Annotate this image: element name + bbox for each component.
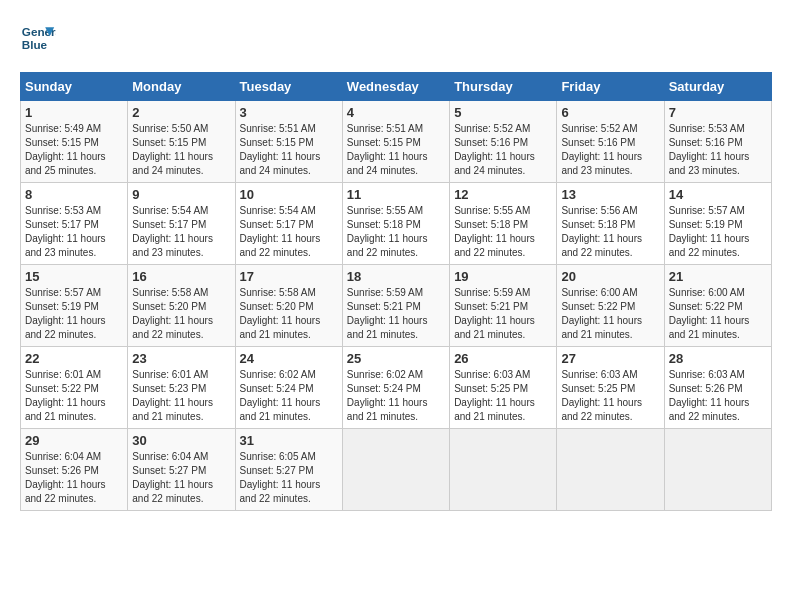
calendar-cell: 23Sunrise: 6:01 AM Sunset: 5:23 PM Dayli… bbox=[128, 347, 235, 429]
day-number: 4 bbox=[347, 105, 445, 120]
day-info: Sunrise: 6:02 AM Sunset: 5:24 PM Dayligh… bbox=[240, 368, 338, 424]
day-number: 22 bbox=[25, 351, 123, 366]
calendar-cell: 7Sunrise: 5:53 AM Sunset: 5:16 PM Daylig… bbox=[664, 101, 771, 183]
day-info: Sunrise: 6:00 AM Sunset: 5:22 PM Dayligh… bbox=[669, 286, 767, 342]
day-info: Sunrise: 5:51 AM Sunset: 5:15 PM Dayligh… bbox=[240, 122, 338, 178]
calendar-cell: 28Sunrise: 6:03 AM Sunset: 5:26 PM Dayli… bbox=[664, 347, 771, 429]
day-info: Sunrise: 5:57 AM Sunset: 5:19 PM Dayligh… bbox=[669, 204, 767, 260]
calendar-cell: 6Sunrise: 5:52 AM Sunset: 5:16 PM Daylig… bbox=[557, 101, 664, 183]
day-number: 7 bbox=[669, 105, 767, 120]
logo-icon: General Blue bbox=[20, 20, 56, 56]
day-number: 13 bbox=[561, 187, 659, 202]
day-number: 11 bbox=[347, 187, 445, 202]
weekday-header-sunday: Sunday bbox=[21, 73, 128, 101]
day-info: Sunrise: 6:02 AM Sunset: 5:24 PM Dayligh… bbox=[347, 368, 445, 424]
calendar-cell: 5Sunrise: 5:52 AM Sunset: 5:16 PM Daylig… bbox=[450, 101, 557, 183]
calendar-cell: 19Sunrise: 5:59 AM Sunset: 5:21 PM Dayli… bbox=[450, 265, 557, 347]
day-number: 14 bbox=[669, 187, 767, 202]
day-info: Sunrise: 6:03 AM Sunset: 5:25 PM Dayligh… bbox=[454, 368, 552, 424]
calendar-cell bbox=[557, 429, 664, 511]
calendar-cell: 10Sunrise: 5:54 AM Sunset: 5:17 PM Dayli… bbox=[235, 183, 342, 265]
calendar-cell: 4Sunrise: 5:51 AM Sunset: 5:15 PM Daylig… bbox=[342, 101, 449, 183]
day-info: Sunrise: 6:01 AM Sunset: 5:23 PM Dayligh… bbox=[132, 368, 230, 424]
day-info: Sunrise: 5:59 AM Sunset: 5:21 PM Dayligh… bbox=[347, 286, 445, 342]
calendar-cell: 17Sunrise: 5:58 AM Sunset: 5:20 PM Dayli… bbox=[235, 265, 342, 347]
day-info: Sunrise: 6:04 AM Sunset: 5:27 PM Dayligh… bbox=[132, 450, 230, 506]
day-info: Sunrise: 5:52 AM Sunset: 5:16 PM Dayligh… bbox=[561, 122, 659, 178]
day-number: 26 bbox=[454, 351, 552, 366]
day-number: 19 bbox=[454, 269, 552, 284]
calendar-week-4: 22Sunrise: 6:01 AM Sunset: 5:22 PM Dayli… bbox=[21, 347, 772, 429]
calendar-cell: 2Sunrise: 5:50 AM Sunset: 5:15 PM Daylig… bbox=[128, 101, 235, 183]
day-info: Sunrise: 5:55 AM Sunset: 5:18 PM Dayligh… bbox=[347, 204, 445, 260]
day-info: Sunrise: 6:00 AM Sunset: 5:22 PM Dayligh… bbox=[561, 286, 659, 342]
day-info: Sunrise: 5:51 AM Sunset: 5:15 PM Dayligh… bbox=[347, 122, 445, 178]
day-info: Sunrise: 6:01 AM Sunset: 5:22 PM Dayligh… bbox=[25, 368, 123, 424]
day-number: 23 bbox=[132, 351, 230, 366]
calendar-cell: 11Sunrise: 5:55 AM Sunset: 5:18 PM Dayli… bbox=[342, 183, 449, 265]
logo: General Blue bbox=[20, 20, 56, 56]
day-info: Sunrise: 6:04 AM Sunset: 5:26 PM Dayligh… bbox=[25, 450, 123, 506]
day-number: 18 bbox=[347, 269, 445, 284]
day-info: Sunrise: 5:49 AM Sunset: 5:15 PM Dayligh… bbox=[25, 122, 123, 178]
calendar-cell: 22Sunrise: 6:01 AM Sunset: 5:22 PM Dayli… bbox=[21, 347, 128, 429]
day-info: Sunrise: 5:58 AM Sunset: 5:20 PM Dayligh… bbox=[132, 286, 230, 342]
day-number: 28 bbox=[669, 351, 767, 366]
day-number: 29 bbox=[25, 433, 123, 448]
day-number: 25 bbox=[347, 351, 445, 366]
calendar-week-3: 15Sunrise: 5:57 AM Sunset: 5:19 PM Dayli… bbox=[21, 265, 772, 347]
day-info: Sunrise: 6:05 AM Sunset: 5:27 PM Dayligh… bbox=[240, 450, 338, 506]
day-number: 1 bbox=[25, 105, 123, 120]
day-number: 3 bbox=[240, 105, 338, 120]
calendar-cell: 9Sunrise: 5:54 AM Sunset: 5:17 PM Daylig… bbox=[128, 183, 235, 265]
day-info: Sunrise: 5:56 AM Sunset: 5:18 PM Dayligh… bbox=[561, 204, 659, 260]
weekday-header-wednesday: Wednesday bbox=[342, 73, 449, 101]
day-number: 2 bbox=[132, 105, 230, 120]
calendar-cell bbox=[664, 429, 771, 511]
weekday-header-friday: Friday bbox=[557, 73, 664, 101]
day-number: 6 bbox=[561, 105, 659, 120]
calendar-cell: 24Sunrise: 6:02 AM Sunset: 5:24 PM Dayli… bbox=[235, 347, 342, 429]
day-number: 20 bbox=[561, 269, 659, 284]
calendar-cell: 27Sunrise: 6:03 AM Sunset: 5:25 PM Dayli… bbox=[557, 347, 664, 429]
day-info: Sunrise: 5:59 AM Sunset: 5:21 PM Dayligh… bbox=[454, 286, 552, 342]
calendar-cell: 30Sunrise: 6:04 AM Sunset: 5:27 PM Dayli… bbox=[128, 429, 235, 511]
day-info: Sunrise: 5:54 AM Sunset: 5:17 PM Dayligh… bbox=[240, 204, 338, 260]
day-number: 17 bbox=[240, 269, 338, 284]
calendar-cell: 15Sunrise: 5:57 AM Sunset: 5:19 PM Dayli… bbox=[21, 265, 128, 347]
calendar-cell: 3Sunrise: 5:51 AM Sunset: 5:15 PM Daylig… bbox=[235, 101, 342, 183]
calendar-cell: 14Sunrise: 5:57 AM Sunset: 5:19 PM Dayli… bbox=[664, 183, 771, 265]
calendar-week-1: 1Sunrise: 5:49 AM Sunset: 5:15 PM Daylig… bbox=[21, 101, 772, 183]
calendar-cell: 26Sunrise: 6:03 AM Sunset: 5:25 PM Dayli… bbox=[450, 347, 557, 429]
calendar-week-2: 8Sunrise: 5:53 AM Sunset: 5:17 PM Daylig… bbox=[21, 183, 772, 265]
weekday-header-row: SundayMondayTuesdayWednesdayThursdayFrid… bbox=[21, 73, 772, 101]
svg-text:Blue: Blue bbox=[22, 38, 48, 51]
day-number: 5 bbox=[454, 105, 552, 120]
day-info: Sunrise: 6:03 AM Sunset: 5:26 PM Dayligh… bbox=[669, 368, 767, 424]
calendar-cell: 31Sunrise: 6:05 AM Sunset: 5:27 PM Dayli… bbox=[235, 429, 342, 511]
calendar-cell: 29Sunrise: 6:04 AM Sunset: 5:26 PM Dayli… bbox=[21, 429, 128, 511]
day-info: Sunrise: 5:58 AM Sunset: 5:20 PM Dayligh… bbox=[240, 286, 338, 342]
day-info: Sunrise: 5:57 AM Sunset: 5:19 PM Dayligh… bbox=[25, 286, 123, 342]
day-number: 9 bbox=[132, 187, 230, 202]
calendar-cell: 20Sunrise: 6:00 AM Sunset: 5:22 PM Dayli… bbox=[557, 265, 664, 347]
day-number: 30 bbox=[132, 433, 230, 448]
calendar-cell bbox=[450, 429, 557, 511]
weekday-header-tuesday: Tuesday bbox=[235, 73, 342, 101]
day-info: Sunrise: 6:03 AM Sunset: 5:25 PM Dayligh… bbox=[561, 368, 659, 424]
weekday-header-monday: Monday bbox=[128, 73, 235, 101]
calendar-cell: 21Sunrise: 6:00 AM Sunset: 5:22 PM Dayli… bbox=[664, 265, 771, 347]
calendar-cell: 1Sunrise: 5:49 AM Sunset: 5:15 PM Daylig… bbox=[21, 101, 128, 183]
day-number: 15 bbox=[25, 269, 123, 284]
day-number: 24 bbox=[240, 351, 338, 366]
day-number: 31 bbox=[240, 433, 338, 448]
day-number: 16 bbox=[132, 269, 230, 284]
calendar-table: SundayMondayTuesdayWednesdayThursdayFrid… bbox=[20, 72, 772, 511]
calendar-cell: 13Sunrise: 5:56 AM Sunset: 5:18 PM Dayli… bbox=[557, 183, 664, 265]
calendar-cell: 25Sunrise: 6:02 AM Sunset: 5:24 PM Dayli… bbox=[342, 347, 449, 429]
calendar-cell: 12Sunrise: 5:55 AM Sunset: 5:18 PM Dayli… bbox=[450, 183, 557, 265]
day-info: Sunrise: 5:52 AM Sunset: 5:16 PM Dayligh… bbox=[454, 122, 552, 178]
page-header: General Blue bbox=[20, 20, 772, 56]
day-number: 12 bbox=[454, 187, 552, 202]
calendar-cell bbox=[342, 429, 449, 511]
